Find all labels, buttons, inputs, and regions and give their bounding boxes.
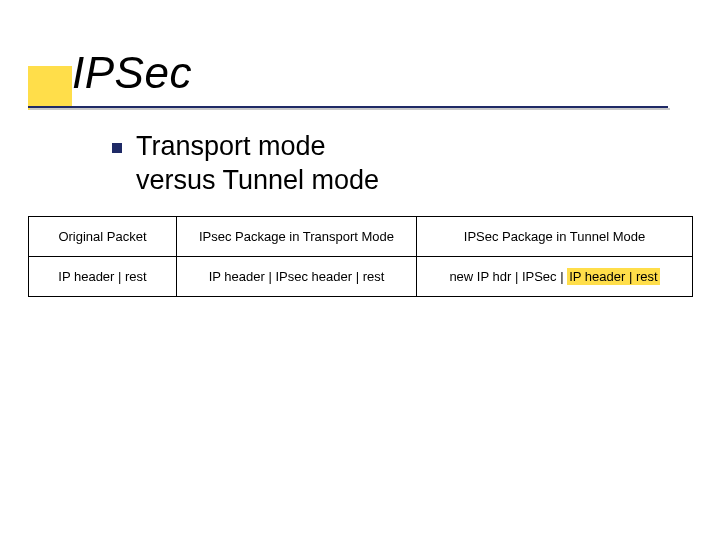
table-header-transport: IPsec Package in Transport Mode — [177, 217, 417, 257]
slide-title: IPSec — [28, 48, 192, 98]
cell-transport: IP header | IPsec header | rest — [177, 257, 417, 297]
bullet-line-1: Transport mode versus Tunnel mode — [136, 131, 379, 195]
table-header-row: Original Packet IPsec Package in Transpo… — [29, 217, 693, 257]
cell-tunnel-highlight: IP header | rest — [567, 268, 659, 285]
table-header-tunnel: IPSec Package in Tunnel Mode — [417, 217, 693, 257]
cell-tunnel-prefix: new IP hdr | IPSec | — [449, 269, 567, 284]
cell-original: IP header | rest — [29, 257, 177, 297]
table-row: IP header | rest IP header | IPsec heade… — [29, 257, 693, 297]
title-block: IPSec — [28, 48, 192, 98]
table-header-original: Original Packet — [29, 217, 177, 257]
title-underline-shadow — [30, 108, 670, 110]
bullet-square-icon — [112, 143, 122, 153]
cell-tunnel: new IP hdr | IPSec | IP header | rest — [417, 257, 693, 297]
slide: IPSec Transport mode versus Tunnel mode … — [0, 0, 720, 540]
title-underline — [28, 106, 668, 108]
comparison-table: Original Packet IPsec Package in Transpo… — [28, 216, 693, 297]
bullet-text: Transport mode versus Tunnel mode — [136, 130, 379, 198]
bullet-item: Transport mode versus Tunnel mode — [112, 130, 379, 198]
